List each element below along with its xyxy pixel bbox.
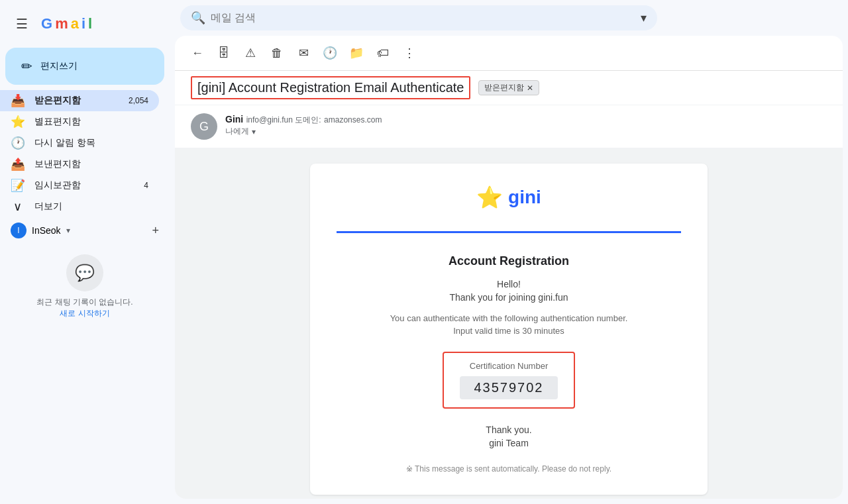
- cert-number: 43579702: [460, 376, 558, 399]
- sender-email: info@gini.fun: [246, 115, 295, 125]
- back-button[interactable]: ←: [186, 41, 209, 65]
- inbox-icon: 📥: [11, 93, 24, 108]
- inbox-tag: 받은편지함 ✕: [478, 80, 539, 95]
- recipient-row: 나에게 ▾: [225, 126, 827, 137]
- sidebar-header: ☰ Gmail: [0, 5, 170, 48]
- subject-box: [gini] Account Registration Email Authen…: [191, 76, 470, 99]
- email-meta: G Gini info@gini.fun 도메인: amazonses.com …: [175, 105, 843, 148]
- sidebar-item-more[interactable]: ∨ 더보기: [0, 196, 159, 217]
- email-subject-title: [gini] Account Registration Email Authen…: [197, 80, 464, 95]
- account-avatar: I: [11, 223, 26, 238]
- account-name: InSeok: [32, 225, 61, 236]
- sidebar-nav: 📥 받은편지함 2,054 ⭐ 별표편지함 🕐 다시 알림 항목 📤 보낸편지함…: [0, 90, 170, 217]
- starred-icon: ⭐: [11, 115, 24, 129]
- card-hello: Hello!: [337, 279, 681, 289]
- account-add-icon[interactable]: +: [152, 224, 159, 238]
- sidebar-snoozed-label: 다시 알림 항목: [34, 137, 95, 149]
- sender-line: Gini info@gini.fun 도메인: amazonses.com: [225, 113, 827, 126]
- sidebar-drafts-label: 임시보관함: [34, 179, 81, 191]
- sidebar-item-starred[interactable]: ⭐ 별표편지함: [0, 111, 159, 132]
- card-subtitle: Thank you for joining gini.fun: [337, 292, 681, 303]
- card-desc1: You can authenticate with the following …: [337, 313, 681, 323]
- sidebar-item-sent[interactable]: 📤 보낸편지함: [0, 154, 159, 175]
- recipient-label: 나에게: [225, 126, 249, 137]
- sidebar-starred-label: 별표편지함: [34, 116, 81, 128]
- sidebar-inbox-label: 받은편지함: [34, 95, 81, 107]
- move-button[interactable]: 📁: [344, 41, 368, 65]
- gini-divider: [337, 231, 681, 233]
- drafts-badge: 4: [144, 181, 148, 190]
- card-desc2: Input valid time is 30 minutes: [337, 326, 681, 336]
- search-dropdown-icon[interactable]: ▾: [641, 11, 647, 25]
- drafts-icon: 📝: [11, 178, 24, 193]
- spam-button[interactable]: ⚠: [238, 41, 262, 65]
- email-area: ← 🗄 ⚠ 🗑 ✉ 🕐 📁 🏷 ⋮ [gini] Account Registr…: [175, 36, 843, 499]
- email-body: ⭐ gini Account Registration Hello! Thank…: [175, 148, 843, 499]
- account-dropdown-icon: ▾: [66, 226, 70, 235]
- sender-initial: G: [199, 120, 209, 134]
- archive-button[interactable]: 🗄: [212, 41, 236, 65]
- compose-label: 편지쓰기: [40, 60, 78, 72]
- cert-label: Certification Number: [460, 361, 558, 371]
- chat-start-link[interactable]: 새로 시작하기: [60, 308, 109, 319]
- sender-avatar: G: [191, 113, 217, 140]
- gini-star-icon: ⭐: [476, 185, 503, 210]
- sidebar: ☰ Gmail ✏ 편지쓰기 📥 받은편지함 2,054 ⭐ 별표편지함 🕐 다…: [0, 0, 170, 504]
- snooze-button[interactable]: 🕐: [318, 41, 342, 65]
- gini-logo-text: gini: [508, 187, 541, 208]
- sidebar-item-snoozed[interactable]: 🕐 다시 알림 항목: [0, 132, 159, 154]
- via-label: 도메인:: [295, 115, 321, 125]
- main-content: 🔍 ▾ ← 🗄 ⚠ 🗑 ✉ 🕐 📁 🏷 ⋮ [gini] Account Reg…: [170, 0, 848, 504]
- search-icon: 🔍: [191, 11, 205, 25]
- sidebar-item-inbox[interactable]: 📥 받은편지함 2,054: [0, 90, 159, 111]
- chat-empty-text: 최근 채팅 기록이 없습니다.: [36, 297, 132, 308]
- sidebar-sent-label: 보낸편지함: [34, 158, 81, 170]
- via-domain: amazonses.com: [324, 115, 382, 125]
- sent-icon: 📤: [11, 157, 24, 172]
- certification-box: Certification Number 43579702: [443, 352, 575, 409]
- snoozed-icon: 🕐: [11, 136, 24, 150]
- email-button[interactable]: ✉: [292, 41, 315, 65]
- auto-message: ※ This message is sent automatically. Pl…: [337, 464, 681, 474]
- recipient-dropdown[interactable]: ▾: [252, 127, 256, 136]
- sender-name: Gini: [225, 114, 243, 125]
- gini-team-text: gini Team: [337, 438, 681, 448]
- email-subject-bar: [gini] Account Registration Email Authen…: [175, 71, 843, 105]
- email-content-card: ⭐ gini Account Registration Hello! Thank…: [310, 164, 708, 495]
- email-meta-info: Gini info@gini.fun 도메인: amazonses.com 나에…: [225, 113, 827, 137]
- topbar: 🔍 ▾: [170, 0, 848, 36]
- email-card-body: Account Registration Hello! Thank you fo…: [310, 244, 708, 495]
- thank-you-text: Thank you.: [337, 425, 681, 435]
- compose-button[interactable]: ✏ 편지쓰기: [5, 48, 164, 85]
- more-icon: ∨: [11, 199, 24, 214]
- chat-bubble-icon: 💬: [66, 254, 103, 291]
- more-options-button[interactable]: ⋮: [398, 41, 421, 65]
- compose-plus-icon: ✏: [21, 58, 32, 74]
- search-bar: 🔍 ▾: [180, 5, 657, 30]
- chat-area: 💬 최근 채팅 기록이 없습니다. 새로 시작하기: [0, 244, 170, 330]
- sidebar-more-label: 더보기: [34, 201, 62, 213]
- label-button[interactable]: 🏷: [371, 41, 395, 65]
- delete-button[interactable]: 🗑: [265, 41, 289, 65]
- inbox-tag-label: 받은편지함: [484, 82, 524, 93]
- gini-header: ⭐ gini: [310, 164, 708, 221]
- inbox-badge: 2,054: [129, 96, 148, 105]
- account-row[interactable]: I InSeok ▾ +: [0, 217, 170, 244]
- search-input[interactable]: [211, 12, 635, 24]
- account-initial: I: [17, 226, 19, 235]
- email-toolbar: ← 🗄 ⚠ 🗑 ✉ 🕐 📁 🏷 ⋮: [175, 36, 843, 71]
- inbox-tag-close[interactable]: ✕: [527, 83, 533, 93]
- sidebar-item-drafts[interactable]: 📝 임시보관함 4: [0, 175, 159, 196]
- card-title: Account Registration: [337, 254, 681, 268]
- gmail-logo: Gmail: [41, 15, 92, 32]
- gini-logo: ⭐ gini: [337, 185, 681, 210]
- hamburger-menu-icon[interactable]: ☰: [11, 11, 33, 37]
